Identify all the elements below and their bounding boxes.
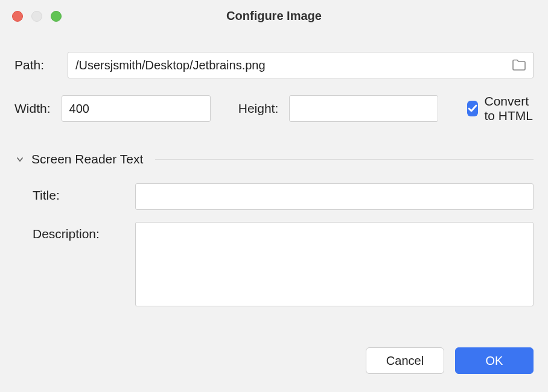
ok-button[interactable]: OK <box>455 347 534 374</box>
height-label: Height: <box>238 101 279 116</box>
section-separator <box>155 159 534 160</box>
chevron-down-icon <box>14 154 25 165</box>
description-row: Description: <box>14 222 534 309</box>
title-input[interactable] <box>135 183 534 210</box>
section-header[interactable]: Screen Reader Text <box>14 152 534 166</box>
window-title: Configure Image <box>11 9 537 23</box>
convert-checkbox-wrap: Convert to HTML <box>467 94 534 123</box>
description-label: Description: <box>33 222 135 241</box>
width-input[interactable] <box>62 95 211 122</box>
configure-image-dialog: Configure Image Path: Width: Height: <box>0 0 548 392</box>
path-input[interactable] <box>68 52 534 78</box>
button-row: Cancel OK <box>14 347 534 378</box>
cancel-button[interactable]: Cancel <box>366 347 444 374</box>
close-window-button[interactable] <box>12 11 23 22</box>
convert-checkbox[interactable] <box>467 101 478 116</box>
path-row: Path: <box>14 52 534 78</box>
title-row: Title: <box>14 183 534 210</box>
path-input-wrap <box>68 52 534 78</box>
description-input[interactable] <box>135 222 534 306</box>
convert-label: Convert to HTML <box>484 94 534 123</box>
title-label: Title: <box>33 183 135 203</box>
section-title: Screen Reader Text <box>31 152 143 166</box>
titlebar: Configure Image <box>0 0 548 31</box>
traffic-lights <box>12 11 62 22</box>
width-label: Width: <box>14 101 51 116</box>
minimize-window-button[interactable] <box>31 11 42 22</box>
screen-reader-section: Screen Reader Text Title: Description: <box>14 152 534 321</box>
path-label: Path: <box>14 58 68 72</box>
dimensions-row: Width: Height: Convert to HTML <box>14 94 534 123</box>
folder-icon[interactable] <box>511 58 527 72</box>
maximize-window-button[interactable] <box>51 11 62 22</box>
dialog-content: Path: Width: Height: <box>0 31 548 392</box>
height-input[interactable] <box>289 95 438 122</box>
